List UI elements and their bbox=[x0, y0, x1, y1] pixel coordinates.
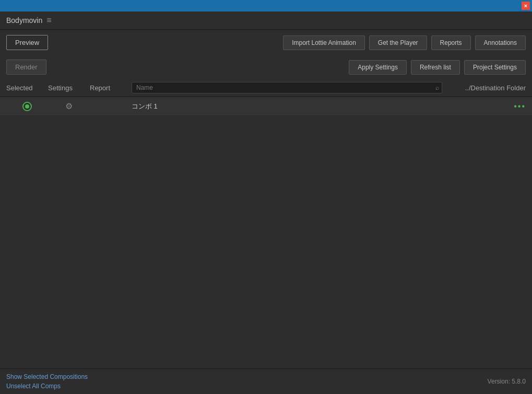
toolbar-row2: Render Apply Settings Refresh list Proje… bbox=[0, 55, 532, 79]
render-button[interactable]: Render bbox=[6, 59, 46, 75]
import-lottie-button[interactable]: Import Lottie Animation bbox=[283, 35, 365, 50]
refresh-list-button[interactable]: Refresh list bbox=[411, 60, 460, 75]
search-wrapper: ⌕ bbox=[132, 82, 442, 93]
column-header-settings: Settings bbox=[48, 84, 90, 92]
get-player-button[interactable]: Get the Player bbox=[369, 35, 427, 50]
unselect-all-link[interactable]: Unselect All Comps bbox=[6, 383, 88, 390]
row-dots-menu[interactable]: ••• bbox=[514, 102, 526, 111]
annotations-button[interactable]: Annotations bbox=[475, 35, 526, 50]
selected-radio[interactable] bbox=[22, 102, 32, 111]
footer-links: Show Selected Compositions Unselect All … bbox=[6, 373, 88, 390]
column-header-selected: Selected bbox=[6, 84, 48, 92]
row-actions-cell: ••• bbox=[505, 102, 526, 111]
row-name-cell: コンポ 1 bbox=[132, 102, 505, 111]
preview-button[interactable]: Preview bbox=[6, 35, 48, 50]
table-row: ⚙ コンポ 1 ••• bbox=[0, 97, 532, 116]
search-input[interactable] bbox=[132, 82, 442, 93]
table-header: Selected Settings Report ⌕ ../Destinatio… bbox=[0, 79, 532, 97]
column-header-report: Report bbox=[90, 84, 132, 92]
footer: Show Selected Compositions Unselect All … bbox=[0, 368, 532, 394]
toolbar-right: Import Lottie Animation Get the Player R… bbox=[283, 35, 526, 50]
toolbar-row1: Preview Import Lottie Animation Get the … bbox=[0, 30, 532, 55]
app-header: Bodymovin ≡ bbox=[0, 11, 532, 30]
show-selected-link[interactable]: Show Selected Compositions bbox=[6, 373, 88, 380]
menu-icon[interactable]: ≡ bbox=[46, 16, 51, 25]
close-button[interactable]: × bbox=[522, 2, 530, 10]
title-bar: × bbox=[0, 0, 532, 11]
row-settings-cell: ⚙ bbox=[48, 101, 90, 111]
search-icon: ⌕ bbox=[435, 84, 439, 91]
settings-gear-icon[interactable]: ⚙ bbox=[65, 101, 73, 111]
apply-settings-button[interactable]: Apply Settings bbox=[349, 60, 407, 75]
main-area: ⚙ コンポ 1 ••• bbox=[0, 97, 532, 394]
selected-radio-inner bbox=[25, 104, 29, 109]
toolbar-left: Preview bbox=[6, 35, 48, 50]
version-text: Version: 5.8.0 bbox=[488, 378, 526, 385]
project-settings-button[interactable]: Project Settings bbox=[464, 60, 526, 75]
column-header-destination: ../Destination Folder bbox=[442, 84, 526, 92]
table-body: ⚙ コンポ 1 ••• bbox=[0, 97, 532, 116]
row-selected-cell bbox=[6, 102, 48, 111]
reports-button[interactable]: Reports bbox=[431, 35, 471, 50]
app-title: Bodymovin bbox=[6, 16, 42, 25]
